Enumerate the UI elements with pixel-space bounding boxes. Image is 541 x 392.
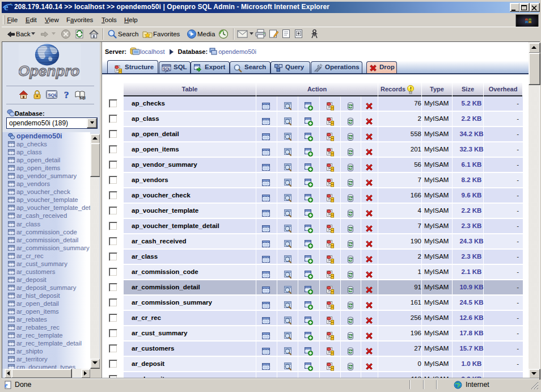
svg-text:e: e (4, 2, 9, 12)
svg-text:SQL: SQL (48, 92, 57, 98)
svg-text:e: e (5, 381, 8, 389)
svg-text:Openpro: Openpro (19, 62, 79, 79)
svg-text:sql: sql (79, 95, 86, 100)
svg-text:SQL: SQL (163, 67, 171, 71)
svg-text:?: ? (64, 90, 69, 100)
